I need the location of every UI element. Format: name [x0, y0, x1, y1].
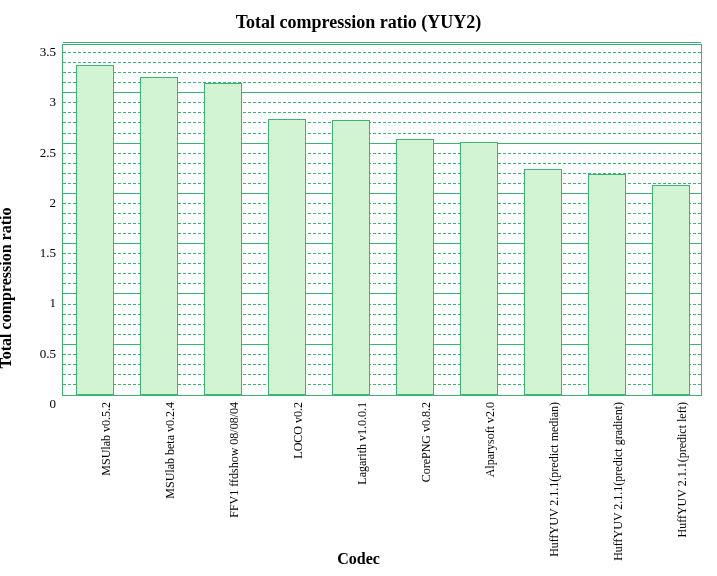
chart-title: Total compression ratio (YUY2) [0, 12, 717, 33]
x-tick-label: Lagarith v1.0.0.1 [355, 402, 370, 485]
x-axis-ticks: MSUlab v0.5.2MSUlab beta v0.2.4FFV1 ffds… [62, 396, 702, 552]
x-tick-label: LOCO v0.2 [291, 402, 306, 459]
x-tick-label: HuffYUV 2.1.1(predict left) [675, 402, 690, 538]
bar [588, 174, 626, 395]
x-tick-label: HuffYUV 2.1.1(predict gradient) [611, 402, 626, 561]
bar [652, 185, 690, 395]
chart-container: Total compression ratio (YUY2) Total com… [0, 0, 717, 576]
bar [396, 139, 434, 395]
bar [268, 119, 306, 395]
grid-major-line [63, 42, 701, 43]
x-tick-label: MSUlab beta v0.2.4 [163, 402, 178, 499]
bar [460, 142, 498, 395]
x-tick-label: CorePNG v0.8.2 [419, 402, 434, 482]
bar [332, 120, 370, 395]
x-tick-label: MSUlab v0.5.2 [99, 402, 114, 476]
bar [140, 77, 178, 395]
y-axis-label: Total compression ratio [0, 208, 15, 369]
x-tick-label: HuffYUV 2.1.1(predict median) [547, 402, 562, 557]
x-tick-label: FFV1 ffdshow 08/08/04 [227, 402, 242, 518]
bar [204, 83, 242, 395]
bar [76, 65, 114, 395]
y-axis-ticks: 00.511.522.533.5 [32, 44, 60, 396]
plot-area [62, 44, 702, 396]
x-axis-label: Codec [0, 550, 717, 568]
x-tick-label: Alparysoft v2.0 [483, 402, 498, 477]
bar [524, 169, 562, 395]
bars-layer [63, 45, 701, 395]
